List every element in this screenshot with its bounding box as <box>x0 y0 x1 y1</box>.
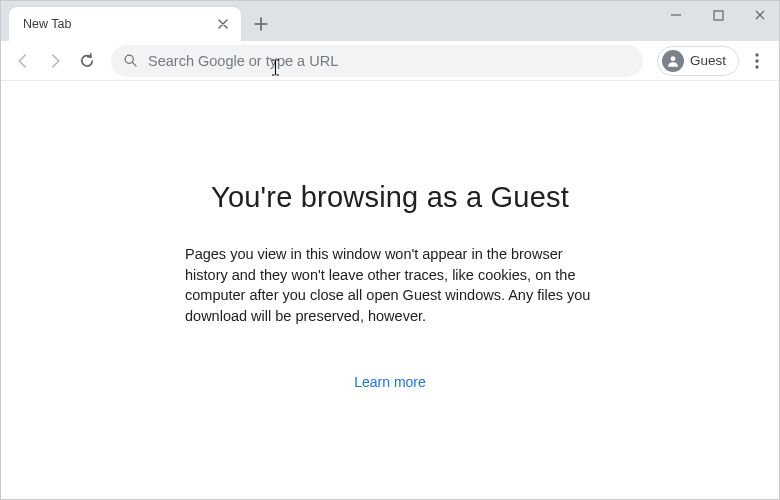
page-heading: You're browsing as a Guest <box>211 181 569 214</box>
omnibox[interactable] <box>111 45 643 77</box>
svg-point-3 <box>755 53 758 56</box>
avatar-icon <box>662 50 684 72</box>
menu-button[interactable] <box>743 47 771 75</box>
svg-point-5 <box>755 65 758 68</box>
minimize-button[interactable] <box>661 3 691 27</box>
browser-window: New Tab <box>0 0 780 500</box>
back-button[interactable] <box>9 47 37 75</box>
maximize-button[interactable] <box>703 3 733 27</box>
profile-chip[interactable]: Guest <box>657 46 739 76</box>
tab-title: New Tab <box>23 17 215 31</box>
new-tab-button[interactable] <box>247 10 275 38</box>
learn-more-link[interactable]: Learn more <box>354 374 426 390</box>
close-tab-icon[interactable] <box>215 16 231 32</box>
svg-rect-0 <box>714 11 723 20</box>
address-input[interactable] <box>148 53 631 69</box>
window-close-button[interactable] <box>745 3 775 27</box>
window-controls <box>661 3 775 27</box>
forward-button[interactable] <box>41 47 69 75</box>
toolbar: Guest <box>1 41 779 81</box>
svg-point-4 <box>755 59 758 62</box>
profile-label: Guest <box>690 53 726 68</box>
search-icon <box>123 53 138 68</box>
page-content: You're browsing as a Guest Pages you vie… <box>1 81 779 499</box>
reload-button[interactable] <box>73 47 101 75</box>
tab-active[interactable]: New Tab <box>9 7 241 41</box>
tab-strip: New Tab <box>1 1 779 41</box>
svg-point-2 <box>671 56 676 61</box>
page-body-text: Pages you view in this window won't appe… <box>185 244 595 326</box>
